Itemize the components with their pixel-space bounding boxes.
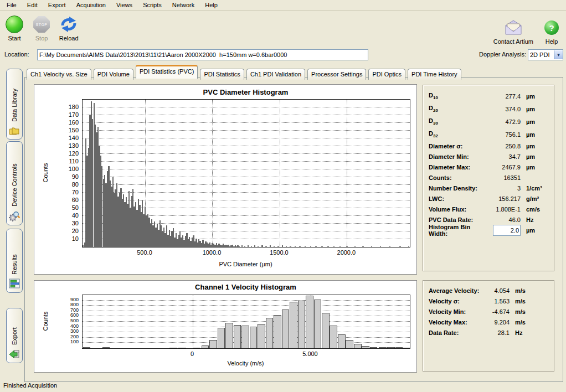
sidebar-item-export[interactable]: Export xyxy=(6,308,23,363)
tab-page-pdi-statistics-pvc: PVC Diameter Histogram Counts PVC Diamet… xyxy=(24,77,563,382)
y-tick-label: 140 xyxy=(34,135,79,141)
stat-label: Histogram Bin Width: xyxy=(429,224,484,237)
menu-views[interactable]: Views xyxy=(112,0,137,9)
menu-file[interactable]: File xyxy=(2,0,21,9)
histogram-bar xyxy=(258,324,265,348)
stat-value: 1.563 xyxy=(487,298,510,305)
tab-processor-settings[interactable]: Processor Settings xyxy=(307,69,366,80)
contact-artium-button[interactable]: Contact Artium xyxy=(493,18,533,45)
tab-pdi-optics[interactable]: PDI Optics xyxy=(368,69,405,80)
y-tick-label: 80 xyxy=(34,181,79,188)
y-tick-label: 900 xyxy=(34,297,79,302)
histogram-bar xyxy=(193,348,200,348)
start-button[interactable]: Start xyxy=(3,15,25,42)
y-tick-label: 60 xyxy=(34,197,79,203)
doppler-analysis-label: Doppler Analysis: xyxy=(472,51,526,58)
tab-pdi-statistics-pvc[interactable]: PDI Statistics (PVC) xyxy=(136,65,198,79)
histogram-bar xyxy=(290,246,291,247)
histogram-bar xyxy=(339,246,341,247)
status-text: Finished Acquisition xyxy=(3,382,57,389)
doppler-analysis-value: 2D PDI xyxy=(528,51,554,58)
reload-button[interactable]: Reload xyxy=(58,15,80,42)
stat-label: Data Rate: xyxy=(429,329,487,336)
menu-export[interactable]: Export xyxy=(44,0,70,9)
stat-label: PVC Data Rate: xyxy=(429,216,487,223)
help-button[interactable]: ? Help xyxy=(541,18,563,45)
gridline xyxy=(83,138,410,138)
stat-value: 472.9 xyxy=(487,118,521,125)
gridline xyxy=(83,311,410,311)
histogram-bar xyxy=(261,245,263,247)
stat-unit: 1/cm³ xyxy=(521,185,549,192)
stat-value: 16351 xyxy=(487,174,521,181)
histogram-bar xyxy=(248,245,249,247)
histogram-bar xyxy=(379,347,387,348)
tab-pdi-time-history[interactable]: PDI Time History xyxy=(408,69,461,80)
stat-label: Diameter Min: xyxy=(429,153,487,160)
histogram-bar xyxy=(403,348,410,348)
reload-label: Reload xyxy=(59,35,79,42)
histogram-bar xyxy=(370,347,378,348)
stat-value: 374.0 xyxy=(487,106,521,112)
histogram-bar xyxy=(333,246,335,247)
sidebar-item-device-controls[interactable]: Device Controls xyxy=(6,141,23,225)
start-icon xyxy=(6,16,23,33)
velocity-statistics-panel: Average Velocity:4.054m/sVelocity σ:1.56… xyxy=(423,280,554,372)
histogram-bar xyxy=(338,334,346,348)
tab-pdi-volume[interactable]: PDI Volume xyxy=(94,69,133,80)
stat-label: Volume Flux: xyxy=(429,206,487,213)
histogram-bar xyxy=(362,246,363,247)
sidebar-item-results[interactable]: Results xyxy=(6,229,23,293)
pvc-stat-row: LWC:156.217g/m³ xyxy=(429,193,549,204)
gridline xyxy=(83,177,410,177)
histogram-bar xyxy=(251,246,252,247)
histogram-bar xyxy=(234,325,241,348)
tab-ch1-velocity-vs-size[interactable]: Ch1 Velocity vs. Size xyxy=(27,69,91,80)
y-tick-label: 300 xyxy=(34,328,79,334)
menu-scripts[interactable]: Scripts xyxy=(138,0,166,9)
y-tick-label: 200 xyxy=(34,334,79,339)
sidebar-item-data-library[interactable]: Data Library xyxy=(6,69,23,140)
menu-help[interactable]: Help xyxy=(200,0,222,9)
histogram-bar xyxy=(277,246,279,247)
velocity-stat-row: Velocity Min:-4.674m/s xyxy=(429,306,549,317)
gear-magnifier-icon xyxy=(9,210,20,221)
location-input[interactable] xyxy=(37,49,368,60)
histogram-bar xyxy=(389,246,390,247)
stat-unit: µm xyxy=(521,93,549,100)
histogram-bar xyxy=(274,246,275,247)
gridline xyxy=(83,146,410,146)
histogram-bar xyxy=(266,318,274,348)
histogram-bar xyxy=(322,313,330,348)
chart-title: PVC Diameter Histogram xyxy=(82,88,409,96)
menu-edit[interactable]: Edit xyxy=(23,0,42,9)
folders-icon xyxy=(9,126,20,136)
menu-acquisition[interactable]: Acquisition xyxy=(72,0,110,9)
stop-button[interactable]: STOP Stop xyxy=(30,15,53,42)
doppler-analysis-select[interactable]: 2D PDI ▾ xyxy=(528,49,563,60)
histogram-bar xyxy=(327,246,328,247)
histogram-bar xyxy=(408,246,409,247)
histogram-bar xyxy=(330,326,337,348)
histogram-bin-width-input[interactable] xyxy=(493,225,521,236)
gridline xyxy=(83,153,410,154)
chevron-down-icon[interactable]: ▾ xyxy=(554,50,563,59)
velocity-histogram-chart: Channel 1 Velocity Histogram Counts Velo… xyxy=(34,280,417,373)
histogram-bar xyxy=(244,246,245,247)
help-icon: ? xyxy=(544,20,559,35)
location-row: Location: Doppler Analysis: 2D PDI ▾ xyxy=(0,49,566,62)
gridline xyxy=(212,100,213,247)
histogram-bar xyxy=(371,246,372,247)
tab-pdi-statistics[interactable]: PDI Statistics xyxy=(200,69,244,80)
pvc-stat-row: D20374.0µm xyxy=(429,102,549,115)
gridline xyxy=(83,107,410,107)
velocity-stat-row: Velocity Max:9.204m/s xyxy=(429,317,549,327)
sidebar-label-results: Results xyxy=(11,229,18,278)
menu-network[interactable]: Network xyxy=(168,0,199,9)
y-tick-label: 100 xyxy=(34,339,79,344)
stat-label: D10 xyxy=(429,92,487,100)
stat-label: D32 xyxy=(429,130,487,138)
pvc-stat-row: Histogram Bin Width:µm xyxy=(429,225,549,235)
tab-ch1-pdi-validation[interactable]: Ch1 PDI Validation xyxy=(246,69,305,80)
histogram-bar xyxy=(354,344,362,348)
